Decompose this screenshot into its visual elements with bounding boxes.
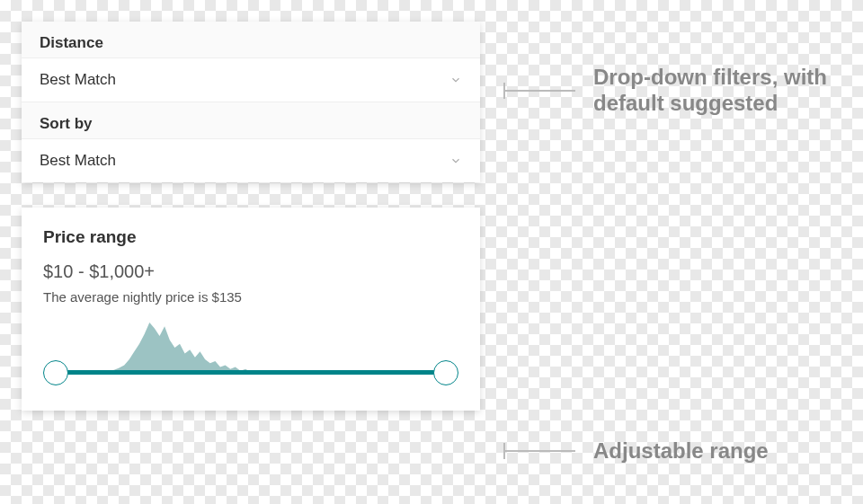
slider-handle-min[interactable] xyxy=(43,360,68,385)
price-average-note: The average nightly price is $135 xyxy=(43,289,458,305)
distance-dropdown[interactable]: Best Match xyxy=(22,57,480,102)
price-slider[interactable] xyxy=(56,323,446,385)
distance-value: Best Match xyxy=(40,71,116,89)
price-histogram-chart xyxy=(56,323,469,373)
sortby-label: Sort by xyxy=(22,102,480,138)
annotation-dropdown: Drop-down filters, with default suggeste… xyxy=(503,65,845,117)
sortby-dropdown[interactable]: Best Match xyxy=(22,138,480,182)
annotation-line-icon xyxy=(503,450,575,452)
sortby-filter-section: Sort by Best Match xyxy=(22,102,480,182)
chevron-down-icon xyxy=(449,74,462,86)
distance-label: Distance xyxy=(22,22,480,57)
sortby-value: Best Match xyxy=(40,152,116,170)
annotation-range-text: Adjustable range xyxy=(593,438,769,464)
price-range-title: Price range xyxy=(43,227,458,247)
slider-track xyxy=(56,370,446,375)
slider-handle-max[interactable] xyxy=(433,360,458,385)
annotation-line-icon xyxy=(503,90,575,92)
chevron-down-icon xyxy=(449,155,462,167)
annotation-range: Adjustable range xyxy=(503,438,769,464)
distance-filter-section: Distance Best Match xyxy=(22,22,480,102)
filters-card: Distance Best Match Sort by Best Match xyxy=(22,22,480,182)
annotation-dropdown-text: Drop-down filters, with default suggeste… xyxy=(593,65,845,117)
price-range-card: Price range $10 - $1,000+ The average ni… xyxy=(22,208,480,411)
price-range-value: $10 - $1,000+ xyxy=(43,261,458,282)
